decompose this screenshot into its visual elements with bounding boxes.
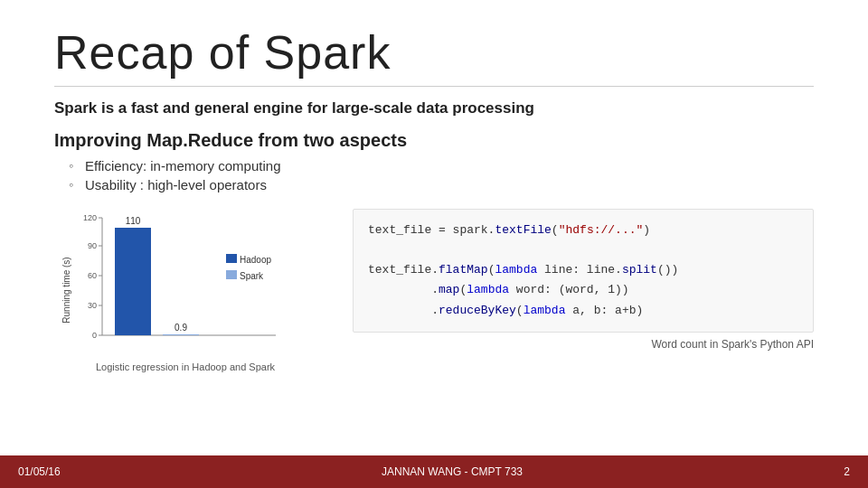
code-block: text_file = spark.textFile("hdfs://...")… (353, 209, 814, 332)
chart-caption: Logistic regression in Hadoop and Spark (54, 361, 316, 372)
content-row: Running time (s) 0 30 (54, 209, 814, 372)
title-divider (54, 86, 814, 87)
section-heading: Improving Map.Reduce from two aspects (54, 130, 814, 151)
code-caption: Word count in Spark's Python API (353, 338, 814, 351)
svg-rect-17 (226, 270, 237, 279)
main-content: Recap of Spark Spark is a fast and gener… (0, 0, 868, 372)
svg-text:60: 60 (88, 271, 97, 280)
svg-text:0: 0 (92, 331, 97, 340)
footer-author: JANNAN WANG - CMPT 733 (61, 465, 844, 478)
slide-title: Recap of Spark (54, 27, 814, 79)
hadoop-bar (115, 228, 151, 335)
svg-text:Hadoop: Hadoop (240, 255, 271, 265)
svg-text:0.9: 0.9 (175, 323, 187, 333)
chart-area: Running time (s) 0 30 (54, 209, 316, 372)
svg-text:Spark: Spark (240, 271, 264, 281)
bullet-item-1: Efficiency: in-memory computing (69, 158, 814, 174)
bullet-item-2: Usability : high-level operators (69, 177, 814, 192)
svg-text:30: 30 (88, 301, 97, 310)
spark-bar (163, 334, 199, 335)
svg-rect-15 (226, 254, 237, 263)
bullet-list: Efficiency: in-memory computing Usabilit… (69, 158, 814, 192)
code-area: text_file = spark.textFile("hdfs://...")… (353, 209, 814, 350)
svg-text:90: 90 (88, 241, 97, 250)
footer-date: 01/05/16 (18, 465, 61, 478)
slide-container: Recap of Spark Spark is a fast and gener… (0, 0, 868, 488)
bar-chart: Running time (s) 0 30 (59, 209, 312, 358)
chart-svg-container: Running time (s) 0 30 (54, 209, 316, 358)
footer-page: 2 (844, 465, 850, 478)
footer-bar: 01/05/16 JANNAN WANG - CMPT 733 2 (0, 455, 868, 488)
slide-subtitle: Spark is a fast and general engine for l… (54, 99, 814, 117)
svg-text:110: 110 (126, 216, 141, 226)
svg-text:Running time (s): Running time (s) (61, 258, 71, 324)
svg-text:120: 120 (83, 213, 97, 222)
